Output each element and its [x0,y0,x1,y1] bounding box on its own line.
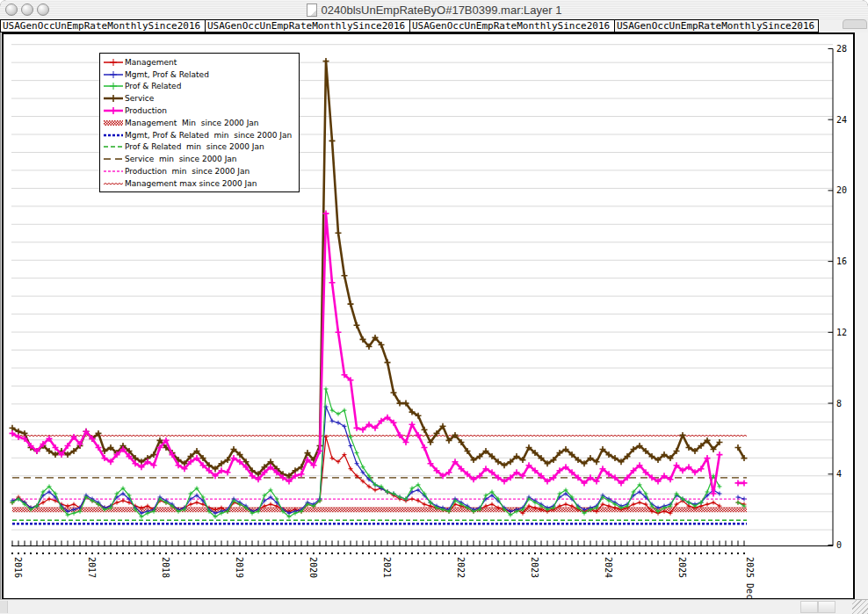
resize-grip[interactable] [852,600,868,614]
legend-swatch [104,69,123,80]
legend-swatch [104,154,123,164]
tab-2[interactable]: USAGenOccUnEmpRateMonthlySince2016 [205,19,410,33]
window-title: 0240blsUnEmpRateByO#17B0399.mar:Layer 1 [322,4,562,17]
legend-item: Production [104,105,299,117]
legend-label: Management Min since 2000 Jan [125,118,259,128]
tab-bar: USAGenOccUnEmpRateMonthlySince2016 USAGe… [0,19,868,33]
legend-swatch [104,141,123,152]
chart-legend: ManagementMgmt, Prof & RelatedProf & Rel… [99,53,300,192]
window: 0240blsUnEmpRateByO#17B0399.mar:Layer 1 … [0,0,868,614]
legend-swatch [104,57,123,68]
legend-item: Management [104,56,299,69]
legend-item: Service [104,92,299,105]
legend-item: Service min since 2000 Jan [104,153,299,165]
legend-item: Production min since 2000 Jan [104,165,299,177]
legend-swatch [104,118,123,128]
scroll-left-button[interactable] [800,601,818,613]
legend-item: Mgmt, Prof & Related [104,69,299,81]
legend-label: Prof & Related [125,81,181,91]
legend-label: Mgmt, Prof & Related [125,69,209,80]
tab-4[interactable]: USAGenOccUnEmpRateMonthlySince2016 [614,19,819,33]
legend-label: Management [125,57,177,68]
legend-swatch [104,93,123,104]
legend-item: Prof & Related min since 2000 Jan [104,141,299,154]
legend-label: Production [125,105,167,116]
legend-item: Management Min since 2000 Jan [104,117,299,129]
tab-scroll-button[interactable] [843,19,867,29]
vertical-scrollbar-track[interactable] [855,33,868,600]
legend-label: Service [125,93,154,104]
legend-label: Production min since 2000 Jan [125,166,250,177]
legend-label: Prof & Related min since 2000 Jan [125,141,264,152]
legend-swatch [104,105,123,116]
legend-item: Management max since 2000 Jan [104,177,299,190]
scrollbar-stub [0,601,8,613]
legend-item: Mgmt, Prof & Related min since 2000 Jan [104,129,299,141]
legend-swatch [104,178,123,189]
tab-1[interactable]: USAGenOccUnEmpRateMonthlySince2016 [0,19,206,33]
legend-item: Prof & Related [104,81,299,93]
horizontal-scrollbar-track[interactable] [0,599,868,614]
legend-label: Service min since 2000 Jan [125,154,237,164]
tab-3[interactable]: USAGenOccUnEmpRateMonthlySince2016 [409,19,615,33]
window-titlebar[interactable]: 0240blsUnEmpRateByO#17B0399.mar:Layer 1 [0,0,868,20]
document-icon [307,4,317,17]
legend-swatch [104,81,123,91]
legend-label: Mgmt, Prof & Related min since 2000 Jan [125,130,292,141]
scroll-right-button[interactable] [818,601,835,613]
legend-swatch [104,166,123,177]
legend-label: Management max since 2000 Jan [125,178,257,189]
legend-swatch [104,130,123,141]
